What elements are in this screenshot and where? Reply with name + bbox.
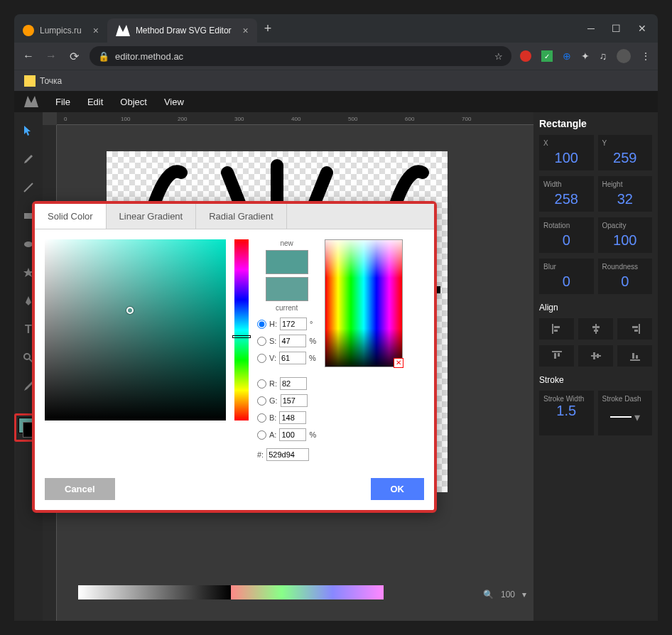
menu-file[interactable]: File: [55, 97, 70, 107]
sv-cursor[interactable]: [126, 307, 134, 314]
blue-radio[interactable]: [257, 413, 266, 423]
tab-solid-color[interactable]: Solid Color: [35, 204, 107, 229]
close-icon[interactable]: ✕: [638, 23, 646, 34]
svg-rect-22: [639, 324, 640, 334]
val-input[interactable]: [279, 352, 306, 364]
svg-rect-25: [552, 351, 562, 352]
extensions: ✓ ⊕ ✦ ♫ ⋮: [520, 49, 651, 63]
align-center-v-button[interactable]: [578, 345, 613, 367]
align-top-button[interactable]: [539, 345, 574, 367]
svg-rect-17: [554, 326, 560, 328]
hue-input[interactable]: [280, 318, 307, 330]
maximize-icon[interactable]: ☐: [612, 23, 621, 34]
titlebar: Lumpics.ru × Method Draw SVG Editor × + …: [14, 14, 658, 43]
menu-icon[interactable]: ⋮: [641, 50, 651, 62]
tab-linear-gradient[interactable]: Linear Gradient: [107, 204, 197, 229]
close-icon[interactable]: ×: [243, 25, 249, 36]
stroke-width-field[interactable]: Stroke Width 1.5: [539, 391, 594, 435]
adblock-icon[interactable]: [520, 50, 531, 62]
hex-input[interactable]: [266, 448, 309, 461]
window-controls: ─ ☐ ✕: [587, 23, 658, 34]
x-field[interactable]: X 100: [539, 135, 594, 170]
align-center-h-button[interactable]: [578, 318, 613, 340]
bookmark-item[interactable]: Точка: [40, 76, 62, 86]
color-palette-grid[interactable]: ✕: [325, 239, 403, 367]
tab-method-draw[interactable]: Method Draw SVG Editor ×: [107, 18, 257, 43]
current-color-preview: [266, 277, 308, 301]
star-icon[interactable]: ☆: [494, 51, 503, 62]
ok-button[interactable]: OK: [371, 478, 425, 500]
sat-input[interactable]: [279, 335, 306, 347]
svg-rect-29: [593, 352, 595, 359]
height-field[interactable]: Height 32: [598, 176, 653, 212]
panel-title: Rectangle: [539, 118, 652, 129]
alpha-radio[interactable]: [257, 430, 266, 440]
svg-rect-19: [595, 324, 597, 334]
svg-rect-20: [592, 326, 600, 328]
align-left-button[interactable]: [539, 318, 574, 340]
align-right-button[interactable]: [617, 318, 652, 340]
svg-rect-26: [554, 353, 556, 359]
color-palette-strip[interactable]: [78, 585, 384, 599]
minimize-icon[interactable]: ─: [587, 23, 595, 34]
search-icon: 🔍: [483, 590, 494, 599]
menu-view[interactable]: View: [164, 97, 184, 107]
stroke-dash-field[interactable]: Stroke Dash ▾: [598, 391, 653, 435]
back-button[interactable]: ←: [21, 50, 36, 63]
width-field[interactable]: Width 258: [539, 176, 594, 212]
blue-input[interactable]: [279, 411, 306, 424]
y-field[interactable]: Y 259: [598, 135, 653, 170]
new-color-label: new: [280, 239, 293, 247]
red-radio[interactable]: [257, 379, 266, 389]
align-header: Align: [539, 303, 652, 313]
svg-rect-21: [594, 330, 598, 332]
chevron-down-icon[interactable]: ▾: [522, 590, 526, 599]
blur-field[interactable]: Blur 0: [539, 259, 594, 294]
sat-radio[interactable]: [257, 337, 266, 346]
green-input[interactable]: [281, 394, 308, 407]
music-icon[interactable]: ♫: [600, 50, 607, 62]
alpha-input[interactable]: [279, 428, 306, 441]
saturation-value-picker[interactable]: [45, 239, 226, 420]
hue-slider[interactable]: [234, 239, 249, 420]
opacity-field[interactable]: Opacity 100: [598, 217, 653, 253]
horizontal-ruler: 0 100 200 300 400 500 600 700: [57, 112, 533, 125]
dash-preview: ▾: [602, 403, 649, 431]
check-icon[interactable]: ✓: [541, 50, 553, 62]
svg-rect-24: [634, 330, 638, 332]
stroke-header: Stroke: [539, 375, 652, 385]
val-radio[interactable]: [257, 354, 266, 363]
address-input[interactable]: 🔒 editor.method.ac ☆: [90, 46, 511, 66]
new-tab-button[interactable]: +: [257, 21, 279, 36]
line-tool[interactable]: [20, 179, 37, 196]
svg-rect-33: [636, 355, 638, 359]
zoom-control[interactable]: 🔍 100 ▾: [483, 590, 526, 599]
pencil-tool[interactable]: [20, 151, 37, 168]
menu-object[interactable]: Object: [120, 97, 147, 107]
svg-rect-27: [558, 353, 560, 357]
green-radio[interactable]: [257, 396, 266, 406]
align-bottom-button[interactable]: [617, 345, 652, 367]
folder-icon: [24, 75, 36, 87]
rotation-field[interactable]: Rotation 0: [539, 217, 594, 253]
menu-edit[interactable]: Edit: [87, 97, 103, 107]
hue-radio[interactable]: [257, 320, 266, 329]
color-picker-dialog: Solid Color Linear Gradient Radial Gradi…: [32, 201, 437, 513]
roundness-field[interactable]: Roundness 0: [598, 259, 653, 294]
svg-rect-18: [554, 330, 558, 332]
avatar[interactable]: [617, 49, 631, 63]
zoom-value: 100: [501, 590, 515, 599]
forward-button[interactable]: →: [44, 50, 58, 63]
tab-lumpics[interactable]: Lumpics.ru ×: [14, 18, 107, 43]
hue-cursor[interactable]: [232, 335, 251, 338]
select-tool[interactable]: [20, 122, 37, 139]
svg-rect-28: [591, 355, 601, 357]
tab-radial-gradient[interactable]: Radial Gradient: [196, 204, 286, 229]
close-icon[interactable]: ×: [93, 25, 99, 36]
puzzle-icon[interactable]: ✦: [581, 50, 590, 62]
reload-button[interactable]: ⟳: [67, 50, 81, 63]
globe-icon[interactable]: ⊕: [563, 50, 571, 62]
cancel-button[interactable]: Cancel: [45, 478, 115, 500]
red-input[interactable]: [280, 377, 307, 390]
no-color-icon[interactable]: ✕: [394, 358, 403, 368]
